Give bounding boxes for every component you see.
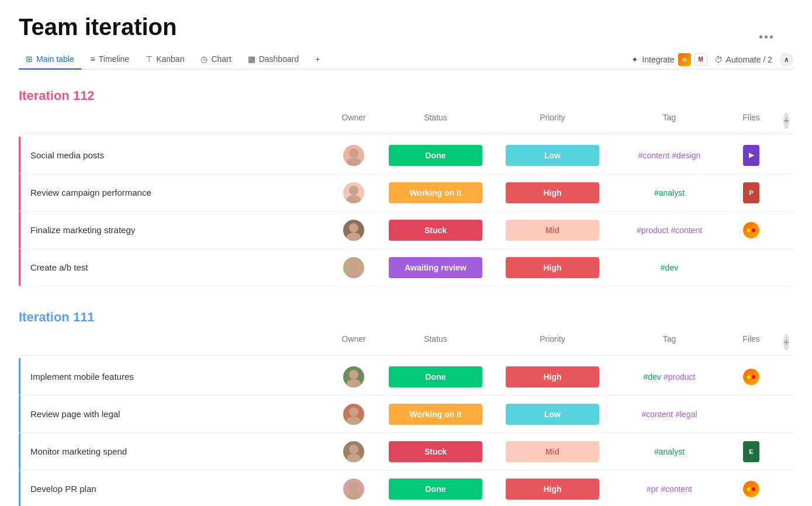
task-name[interactable]: Review page with legal: [19, 402, 330, 426]
svg-point-1: [347, 158, 361, 166]
task-name[interactable]: Monitor marketing spend: [19, 439, 330, 463]
tag-cell: #analyst: [611, 445, 728, 459]
col-header-priority: Priority: [494, 332, 611, 353]
automate-icon: ⏱: [714, 55, 723, 64]
tag[interactable]: #content: [641, 410, 673, 419]
avatar: [343, 257, 364, 278]
file-icon[interactable]: E: [743, 441, 759, 462]
priority-cell[interactable]: High: [494, 180, 611, 206]
table-row[interactable]: Finalize marketing strategy StuckMid#pro…: [19, 212, 793, 249]
status-cell[interactable]: Done: [377, 476, 494, 502]
files-cell: P: [728, 182, 775, 203]
monday-file-icon[interactable]: [743, 369, 759, 385]
tag[interactable]: #dev: [644, 372, 661, 382]
svg-point-2: [349, 186, 358, 195]
table-row[interactable]: Implement mobile features DoneHigh#dev#p…: [19, 358, 793, 396]
add-column-button-111[interactable]: +: [783, 334, 790, 351]
col-header-status: Status: [377, 110, 494, 131]
tag[interactable]: #content: [671, 226, 702, 235]
status-cell[interactable]: Working on it: [377, 180, 494, 206]
file-icon[interactable]: ▶: [743, 145, 759, 166]
priority-cell[interactable]: High: [494, 364, 611, 390]
priority-badge: High: [506, 257, 599, 278]
table-row[interactable]: Create a/b test Awaiting reviewHigh#dev: [19, 249, 793, 286]
tag[interactable]: #product: [664, 372, 695, 382]
table-row[interactable]: Develop PR plan DoneHigh#pr#content: [19, 470, 793, 506]
priority-badge: High: [506, 366, 599, 387]
add-column-button-112[interactable]: +: [783, 113, 790, 129]
priority-cell[interactable]: High: [494, 255, 611, 280]
tag[interactable]: #pr: [647, 484, 658, 494]
row-border: [19, 358, 20, 395]
section-111: Iteration 111OwnerStatusPriorityTagFiles…: [19, 310, 793, 506]
tag[interactable]: #analyst: [654, 188, 685, 197]
priority-cell[interactable]: Mid: [494, 439, 611, 465]
automate-button[interactable]: ⏱ Automate / 2: [714, 55, 772, 64]
row-border: [19, 137, 20, 174]
status-cell[interactable]: Stuck: [377, 439, 494, 465]
svg-point-24: [752, 487, 755, 491]
tab-add[interactable]: +: [308, 50, 327, 70]
col-header-files: Files: [728, 110, 775, 131]
priority-cell[interactable]: High: [494, 476, 611, 502]
tag[interactable]: #content: [638, 151, 670, 160]
tag[interactable]: #design: [672, 151, 700, 160]
status-badge: Done: [389, 145, 482, 166]
task-name[interactable]: Create a/b test: [19, 255, 330, 279]
tab-kanban[interactable]: ⊤ Kanban: [139, 50, 191, 70]
status-cell[interactable]: Done: [377, 364, 494, 390]
task-name[interactable]: Review campaign performance: [19, 181, 330, 205]
svg-point-0: [349, 148, 358, 158]
gmail-icon: M: [694, 53, 707, 66]
files-cell: ▶: [728, 145, 775, 166]
kanban-icon: ⊤: [146, 54, 153, 64]
owner-cell: [330, 257, 377, 278]
owner-cell: [330, 479, 377, 500]
tag[interactable]: #product: [637, 226, 668, 235]
status-badge: Working on it: [389, 182, 482, 203]
integrate-icon: ✦: [631, 55, 638, 64]
task-name[interactable]: Develop PR plan: [19, 477, 330, 501]
tab-dashboard[interactable]: ▦ Dashboard: [241, 50, 306, 70]
monday-file-icon[interactable]: [743, 481, 759, 497]
table-row[interactable]: Social media posts DoneLow#content#desig…: [19, 137, 793, 174]
owner-cell: [330, 366, 377, 387]
section-112: Iteration 112OwnerStatusPriorityTagFiles…: [19, 88, 793, 286]
tab-main-table[interactable]: ⊞ Main table: [19, 50, 81, 70]
task-name[interactable]: Implement mobile features: [19, 365, 330, 389]
file-icon[interactable]: P: [743, 182, 759, 203]
col-header-task: [19, 110, 330, 131]
status-cell[interactable]: Working on it: [377, 401, 494, 427]
avatar: [343, 182, 364, 203]
tag[interactable]: #legal: [675, 410, 697, 419]
task-name[interactable]: Social media posts: [19, 143, 330, 167]
iteration-title-112: Iteration 112: [19, 88, 95, 103]
priority-badge: Mid: [506, 441, 599, 462]
svg-point-20: [349, 482, 358, 491]
table-row[interactable]: Monitor marketing spend StuckMid#analyst…: [19, 433, 793, 470]
section-header-112: Iteration 112: [19, 88, 793, 103]
priority-cell[interactable]: Low: [494, 401, 611, 427]
status-cell[interactable]: Stuck: [377, 217, 494, 243]
status-cell[interactable]: Awaiting review: [377, 255, 494, 280]
tab-timeline[interactable]: ≡ Timeline: [84, 50, 137, 70]
collapse-button[interactable]: ∧: [779, 53, 793, 67]
table-row[interactable]: Review campaign performance Working on i…: [19, 174, 793, 212]
avatar: [343, 479, 364, 500]
main-table-icon: ⊞: [26, 54, 33, 64]
task-name[interactable]: Finalize marketing strategy: [19, 218, 330, 242]
priority-cell[interactable]: Low: [494, 143, 611, 168]
integrate-button[interactable]: ✦ Integrate m M: [631, 53, 707, 66]
avatar: [343, 366, 364, 387]
table-row[interactable]: Review page with legal Working on itLow#…: [19, 396, 793, 433]
tab-chart[interactable]: ◷ Chart: [194, 50, 238, 70]
status-cell[interactable]: Done: [377, 143, 494, 168]
monday-file-icon[interactable]: [743, 222, 759, 238]
more-options-icon[interactable]: •••: [759, 30, 775, 44]
col-header-owner: Owner: [330, 332, 377, 353]
priority-cell[interactable]: Mid: [494, 217, 611, 243]
tag-cell: #content#design: [611, 148, 728, 162]
tag[interactable]: #content: [661, 484, 692, 494]
tag[interactable]: #dev: [661, 263, 678, 272]
tag[interactable]: #analyst: [654, 447, 685, 456]
